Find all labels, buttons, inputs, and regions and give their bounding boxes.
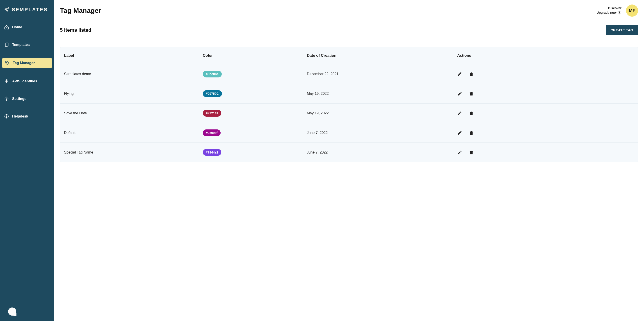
svg-point-2 — [6, 98, 7, 99]
cell-color: #a72141 — [199, 104, 303, 123]
edit-icon[interactable] — [457, 72, 462, 76]
sidebar-item-settings[interactable]: Settings — [1, 93, 53, 104]
avatar[interactable]: MF — [626, 4, 638, 17]
svg-point-5 — [619, 12, 620, 13]
cell-date: May 19, 2022 — [303, 84, 453, 104]
upgrade-label: Upgrade now — [596, 10, 616, 15]
sidebar-item-label: Tag Manager — [13, 61, 35, 65]
discover-label: Discover — [596, 6, 622, 10]
cell-label: Special Tag Name — [60, 143, 199, 162]
table-wrap: Label Color Date of Creation Actions Sem… — [54, 47, 644, 171]
sidebar-item-label: Settings — [12, 97, 26, 101]
sidebar-item-templates[interactable]: Templates — [1, 39, 53, 50]
cell-color: #7944e2 — [199, 143, 303, 162]
color-pill: #09759C — [203, 90, 222, 97]
subheader: 5 items listed CREATE TAG — [54, 20, 644, 38]
create-tag-button[interactable]: CREATE TAG — [606, 25, 638, 35]
column-header-actions: Actions — [453, 47, 638, 64]
action-icons — [457, 130, 634, 135]
edit-icon[interactable] — [457, 91, 462, 96]
page-title: Tag Manager — [60, 7, 101, 14]
delete-icon[interactable] — [469, 130, 474, 135]
svg-point-1 — [6, 62, 7, 63]
color-pill: #a72141 — [203, 110, 222, 117]
cell-label: Save the Date — [60, 104, 199, 123]
topbar-right: Discover Upgrade now MF — [596, 4, 638, 17]
upgrade-block: Discover Upgrade now — [596, 6, 622, 15]
tag-icon — [5, 60, 10, 65]
sidebar-item-helpdesk[interactable]: Helpdesk — [1, 111, 53, 122]
delete-icon[interactable] — [469, 111, 474, 116]
avatar-initials: MF — [629, 8, 636, 13]
cell-label: Semplates demo — [60, 64, 199, 84]
action-icons — [457, 91, 634, 96]
edit-icon[interactable] — [457, 111, 462, 116]
cell-actions — [453, 84, 638, 104]
color-pill: #9c098f — [203, 129, 220, 136]
cell-actions — [453, 64, 638, 84]
cell-label: Default — [60, 123, 199, 143]
main-content: Tag Manager Discover Upgrade now MF 5 it… — [54, 0, 644, 321]
color-pill: #5bc0be — [203, 71, 222, 77]
sidebar-item-aws-identities[interactable]: AWS Identities — [1, 76, 53, 87]
action-icons — [457, 150, 634, 155]
sidebar-nav: Home Templates Tag Manager AWS Identitie… — [0, 22, 54, 122]
cell-color: #5bc0be — [199, 64, 303, 84]
gear-icon — [4, 96, 9, 101]
cell-color: #09759C — [199, 84, 303, 104]
sidebar-item-label: Home — [12, 25, 22, 29]
home-icon — [4, 25, 9, 30]
column-header-date: Date of Creation — [303, 47, 453, 64]
cell-actions — [453, 123, 638, 143]
svg-rect-0 — [6, 43, 8, 46]
svg-point-4 — [6, 117, 6, 117]
column-header-label: Label — [60, 47, 199, 64]
brand-logo[interactable]: SEMPLATES — [0, 0, 54, 22]
delete-icon[interactable] — [469, 150, 474, 155]
cell-date: June 7, 2022 — [303, 123, 453, 143]
table-row: Default#9c098fJune 7, 2022 — [60, 123, 638, 143]
tags-table: Label Color Date of Creation Actions Sem… — [60, 47, 638, 162]
help-icon — [4, 114, 9, 119]
table-row: Flying#09759CMay 19, 2022 — [60, 84, 638, 104]
action-icons — [457, 111, 634, 116]
items-listed-label: 5 items listed — [60, 27, 91, 33]
chat-bubble-icon[interactable] — [8, 308, 16, 316]
table-row: Semplates demo#5bc0beDecember 22, 2021 — [60, 64, 638, 84]
gear-icon — [618, 11, 622, 15]
brand-name: SEMPLATES — [12, 7, 48, 12]
edit-icon[interactable] — [457, 150, 462, 155]
color-pill: #7944e2 — [203, 149, 222, 156]
sidebar-item-tag-manager[interactable]: Tag Manager — [2, 58, 52, 68]
sidebar-item-home[interactable]: Home — [1, 22, 53, 33]
upgrade-now-link[interactable]: Upgrade now — [596, 10, 622, 15]
topbar: Tag Manager Discover Upgrade now MF — [54, 0, 644, 20]
table-row: Save the Date#a72141May 19, 2022 — [60, 104, 638, 123]
sidebar-item-label: Helpdesk — [12, 114, 28, 118]
templates-icon — [4, 42, 9, 47]
cell-label: Flying — [60, 84, 199, 104]
delete-icon[interactable] — [469, 72, 474, 76]
cell-color: #9c098f — [199, 123, 303, 143]
column-header-color: Color — [199, 47, 303, 64]
cell-actions — [453, 104, 638, 123]
action-icons — [457, 72, 634, 76]
edit-icon[interactable] — [457, 130, 462, 135]
table-header-row: Label Color Date of Creation Actions — [60, 47, 638, 64]
sidebar-item-label: AWS Identities — [12, 79, 37, 83]
cell-date: December 22, 2021 — [303, 64, 453, 84]
sidebar-item-active-wrapper: Tag Manager — [1, 57, 53, 69]
cell-date: May 19, 2022 — [303, 104, 453, 123]
table-row: Special Tag Name#7944e2June 7, 2022 — [60, 143, 638, 162]
cell-actions — [453, 143, 638, 162]
cell-date: June 7, 2022 — [303, 143, 453, 162]
sidebar-item-label: Templates — [12, 43, 30, 47]
delete-icon[interactable] — [469, 91, 474, 96]
sidebar: SEMPLATES Home Templates Tag Manager — [0, 0, 54, 321]
paper-plane-icon — [4, 7, 9, 12]
fingerprint-icon — [4, 79, 9, 84]
